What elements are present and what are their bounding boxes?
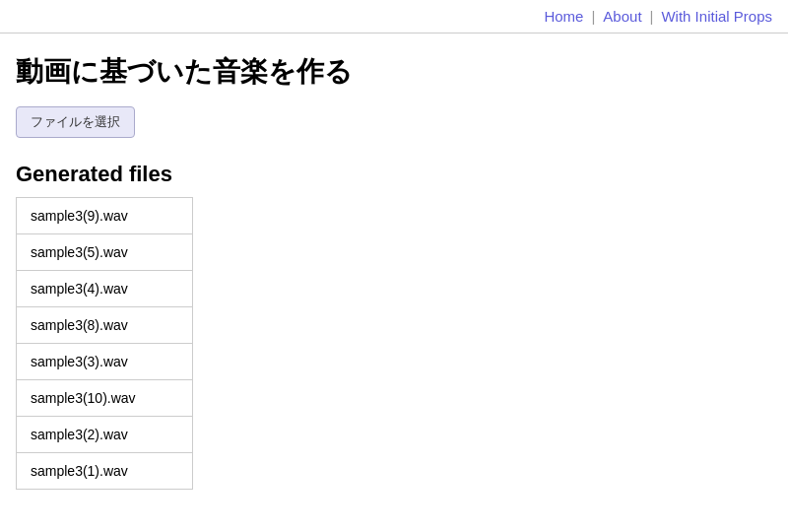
list-item: sample3(1).wav [17,453,192,489]
nav-home[interactable]: Home [544,8,583,25]
nav-with-initial-props[interactable]: With Initial Props [661,8,772,25]
list-item: sample3(3).wav [17,344,192,380]
site-nav: Home | About | With Initial Props [544,8,772,25]
list-item: sample3(5).wav [17,234,192,271]
list-item: sample3(2).wav [17,417,192,453]
file-select-button[interactable]: ファイルを選択 [16,106,135,138]
main-content: 動画に基づいた音楽を作る ファイルを選択 Generated files sam… [0,33,788,509]
section-title: Generated files [16,162,772,187]
nav-separator-2: | [650,8,654,25]
page-title: 動画に基づいた音楽を作る [16,53,772,91]
list-item: sample3(10).wav [17,380,192,417]
nav-separator-1: | [591,8,595,25]
list-item: sample3(4).wav [17,271,192,307]
file-list: sample3(9).wavsample3(5).wavsample3(4).w… [16,197,193,490]
site-header: Home | About | With Initial Props [0,0,788,33]
list-item: sample3(9).wav [17,198,192,234]
list-item: sample3(8).wav [17,307,192,344]
nav-about[interactable]: About [603,8,641,25]
